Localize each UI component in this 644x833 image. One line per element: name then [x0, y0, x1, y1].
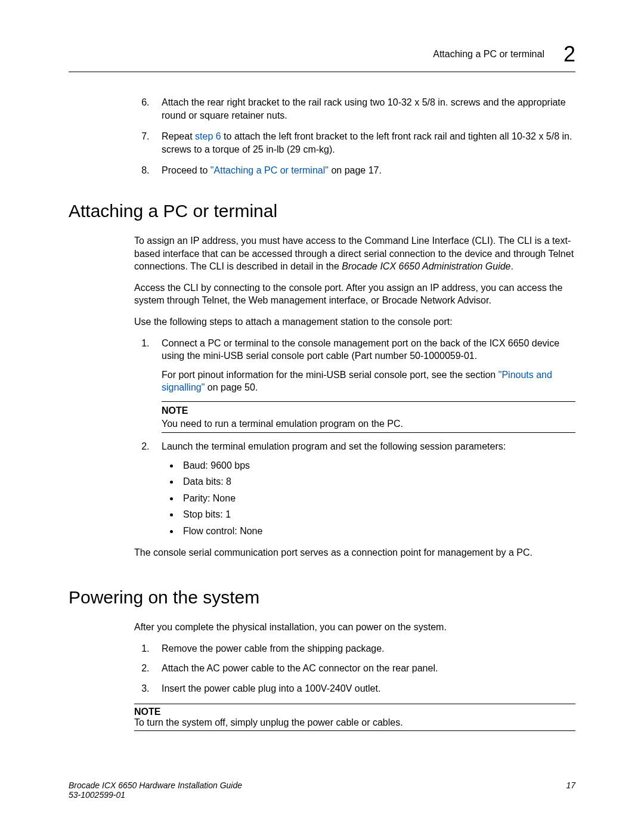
param-flow: Flow control: None [179, 525, 575, 538]
param-databits: Data bits: 8 [179, 475, 575, 488]
heading-attaching: Attaching a PC or terminal [69, 201, 575, 221]
link-step6[interactable]: step 6 [195, 131, 221, 141]
s1-note: NOTE You need to run a terminal emulatio… [162, 401, 575, 433]
param-stopbits: Stop bits: 1 [179, 508, 575, 521]
page-number: 17 [566, 781, 575, 800]
continued-steps: Attach the rear right bracket to the rai… [69, 96, 575, 177]
note-label: NOTE [162, 404, 575, 417]
footer-left: Brocade ICX 6650 Hardware Installation G… [69, 781, 242, 800]
s2-steps: Remove the power cable from the shipping… [69, 642, 575, 695]
heading-powering: Powering on the system [69, 587, 575, 608]
param-parity: Parity: None [179, 492, 575, 505]
s1-step-2: Launch the terminal emulation program an… [152, 440, 575, 538]
note-text: You need to run a terminal emulation pro… [162, 417, 575, 431]
note-rule-top [162, 401, 575, 402]
s2-step-2: Attach the AC power cable to the AC conn… [152, 662, 575, 675]
s1-p3: Use the following steps to attach a mana… [69, 315, 575, 329]
s2-note-rule-top [134, 704, 575, 704]
s2-note: NOTE To turn the system off, simply unpl… [134, 704, 575, 731]
page-header: Attaching a PC or terminal 2 [69, 42, 575, 67]
header-rule [69, 72, 575, 72]
chapter-number: 2 [564, 42, 575, 67]
link-attaching[interactable]: "Attaching a PC or terminal" [210, 165, 329, 175]
s2-note-text: To turn the system off, simply unplug th… [134, 717, 575, 728]
page: Attaching a PC or terminal 2 Attach the … [0, 0, 644, 833]
step-6: Attach the rear right bracket to the rai… [152, 96, 575, 122]
step-7: Repeat step 6 to attach the left front b… [152, 130, 575, 156]
s2-p1: After you complete the physical installa… [69, 621, 575, 634]
s1-p4: The console serial communication port se… [69, 546, 575, 559]
s2-step-1: Remove the power cable from the shipping… [152, 642, 575, 655]
s1-step-1-linkpara: For port pinout information for the mini… [162, 368, 575, 394]
header-title: Attaching a PC or terminal [433, 49, 544, 60]
s1-steps: Connect a PC or terminal to the console … [69, 337, 575, 538]
s2-note-rule-bottom [134, 730, 575, 731]
footer: Brocade ICX 6650 Hardware Installation G… [69, 781, 575, 800]
note-rule-bottom [162, 432, 575, 433]
s2-note-label: NOTE [134, 707, 575, 717]
s1-p2: Access the CLI by connecting to the cons… [69, 281, 575, 307]
step-8: Proceed to "Attaching a PC or terminal" … [152, 164, 575, 177]
s2-step-3: Insert the power cable plug into a 100V-… [152, 682, 575, 695]
s1-step-1: Connect a PC or terminal to the console … [152, 337, 575, 433]
param-baud: Baud: 9600 bps [179, 459, 575, 472]
session-params: Baud: 9600 bps Data bits: 8 Parity: None… [162, 459, 575, 538]
s1-p1: To assign an IP address, you must have a… [69, 234, 575, 273]
